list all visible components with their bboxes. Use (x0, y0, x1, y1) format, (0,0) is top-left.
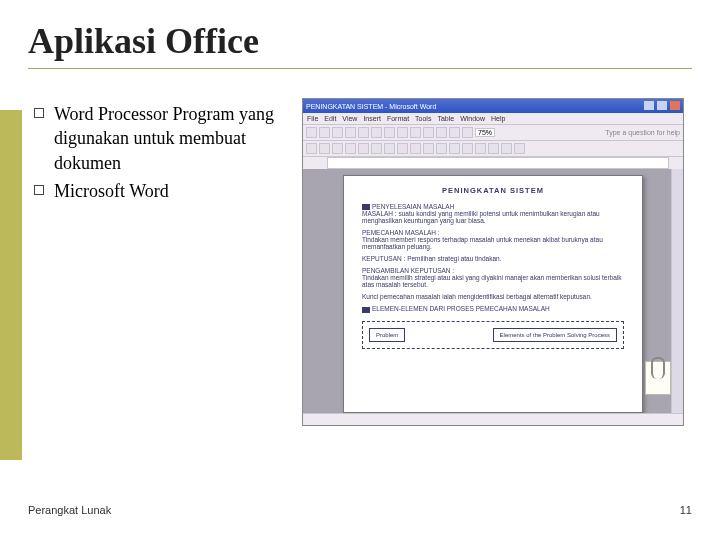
slide-title: Aplikasi Office (28, 20, 259, 62)
link-icon (449, 127, 460, 138)
bullet-text: Microsoft Word (54, 179, 169, 203)
page-number: 11 (680, 504, 692, 516)
menu-item: Window (460, 115, 485, 122)
bold-icon (345, 143, 356, 154)
menu-item: Help (491, 115, 505, 122)
document-canvas: PENINGKATAN SISTEM PENYELESAIAN MASALAHM… (303, 169, 683, 413)
indent-icon (462, 143, 473, 154)
ruler (327, 157, 669, 169)
doc-text: MASALAH : suatu kondisi yang memiliki po… (362, 210, 600, 224)
footer-text: Perangkat Lunak (28, 504, 111, 516)
doc-section: ELEMEN-ELEMEN DARI PROSES PEMECAHAN MASA… (362, 305, 624, 312)
bullet-item: Microsoft Word (34, 179, 294, 203)
redo-icon (436, 127, 447, 138)
scrollbar (671, 169, 683, 413)
menu-item: Table (437, 115, 454, 122)
preview-icon (358, 127, 369, 138)
maximize-icon (657, 101, 667, 110)
doc-title: PENINGKATAN SISTEM (362, 186, 624, 195)
print-icon (345, 127, 356, 138)
fontcolor-icon (514, 143, 525, 154)
diagram-box: Elements of the Problem Solving Process (493, 328, 617, 342)
menu-item: Tools (415, 115, 431, 122)
menu-item: View (342, 115, 357, 122)
minimize-icon (644, 101, 654, 110)
diagram-box: Problem (369, 328, 405, 342)
doc-section: PENGAMBILAN KEPUTUSAN :Tindakan memilih … (362, 267, 624, 288)
word-screenshot: PENINGKATAN SISTEM - Microsoft Word File… (302, 98, 684, 426)
bullet-list: Word Processor Program yang digunakan un… (34, 102, 294, 207)
open-icon (319, 127, 330, 138)
doc-section: PEMECAHAN MASALAH :Tindakan memberi resp… (362, 229, 624, 250)
titlebar: PENINGKATAN SISTEM - Microsoft Word (303, 99, 683, 113)
menu-item: Insert (363, 115, 381, 122)
menu-item: File (307, 115, 318, 122)
bullet-text: Word Processor Program yang digunakan un… (54, 102, 294, 175)
align-right-icon (410, 143, 421, 154)
doc-text: Tindakan memilih strategi atau aksi yang… (362, 274, 622, 288)
align-left-icon (384, 143, 395, 154)
numbering-icon (436, 143, 447, 154)
doc-heading: KEPUTUSAN : (362, 255, 405, 262)
undo-icon (423, 127, 434, 138)
doc-heading: PENGAMBILAN KEPUTUSAN : (362, 267, 454, 274)
doc-diagram: Problem Elements of the Problem Solving … (362, 321, 624, 349)
justify-icon (423, 143, 434, 154)
doc-text: Tindakan memberi respons terhadap masala… (362, 236, 603, 250)
doc-heading: ELEMEN-ELEMEN DARI PROSES PEMECAHAN MASA… (372, 305, 550, 312)
accent-bar (0, 110, 22, 460)
align-center-icon (397, 143, 408, 154)
cut-icon (384, 127, 395, 138)
bullet-item: Word Processor Program yang digunakan un… (34, 102, 294, 175)
doc-text: Kunci pemecahan masalah ialah mengidenti… (362, 293, 592, 300)
doc-heading: PENYELESAIAN MASALAH (372, 203, 454, 210)
close-icon (670, 101, 680, 110)
font-icon (319, 143, 330, 154)
highlight-icon (501, 143, 512, 154)
bullet-icon (34, 108, 44, 118)
new-icon (306, 127, 317, 138)
style-icon (306, 143, 317, 154)
border-icon (488, 143, 499, 154)
formatting-toolbar (303, 141, 683, 157)
doc-section: Kunci pemecahan masalah ialah mengidenti… (362, 293, 624, 300)
zoom-field: 75% (475, 128, 495, 137)
spell-icon (371, 127, 382, 138)
window-controls (643, 101, 680, 111)
doc-heading: PEMECAHAN MASALAH : (362, 229, 440, 236)
standard-toolbar: 75% Type a question for help (303, 125, 683, 141)
underline-icon (371, 143, 382, 154)
outdent-icon (475, 143, 486, 154)
bullet-icon (34, 185, 44, 195)
menu-item: Edit (324, 115, 336, 122)
save-icon (332, 127, 343, 138)
window-title: PENINGKATAN SISTEM - Microsoft Word (306, 103, 436, 110)
menubar: File Edit View Insert Format Tools Table… (303, 113, 683, 125)
statusbar (303, 413, 683, 425)
italic-icon (358, 143, 369, 154)
paste-icon (410, 127, 421, 138)
doc-section: KEPUTUSAN : Pemilihan strategi atau tind… (362, 255, 624, 262)
bullets-icon (449, 143, 460, 154)
menu-item: Format (387, 115, 409, 122)
help-hint: Type a question for help (605, 129, 680, 136)
doc-text: Pemilihan strategi atau tindakan. (407, 255, 501, 262)
size-icon (332, 143, 343, 154)
copy-icon (397, 127, 408, 138)
title-underline (28, 68, 692, 69)
table-icon (462, 127, 473, 138)
doc-section: PENYELESAIAN MASALAHMASALAH : suatu kond… (362, 203, 624, 224)
document-page: PENINGKATAN SISTEM PENYELESAIAN MASALAHM… (343, 175, 643, 413)
